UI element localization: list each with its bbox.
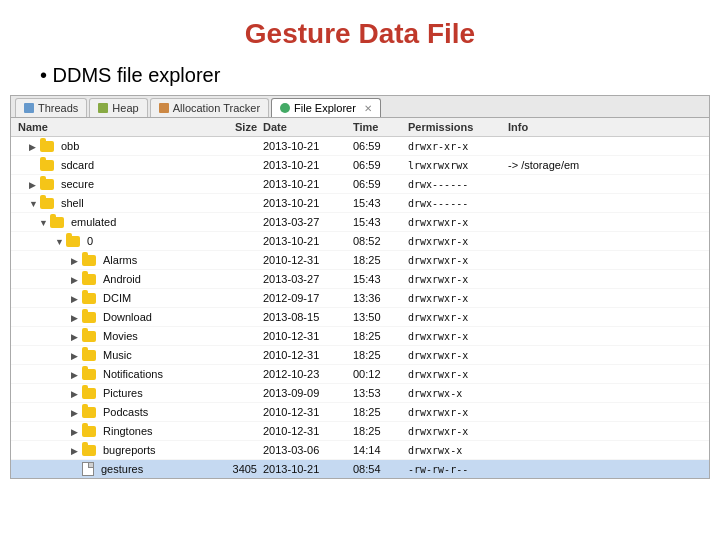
- expand-arrow-icon[interactable]: ▶: [68, 407, 78, 417]
- file-name-text: shell: [58, 196, 87, 210]
- table-row[interactable]: ▶secure2013-10-2106:59drwx------: [11, 175, 709, 194]
- tab-alloc-label: Allocation Tracker: [173, 102, 260, 114]
- file-time: 15:43: [350, 215, 405, 229]
- indent-spacer: [18, 183, 24, 185]
- table-row[interactable]: ▶Notifications2012-10-2300:12drwxrwxr-x: [11, 365, 709, 384]
- table-row[interactable]: ▶obb2013-10-2106:59drwxr-xr-x: [11, 137, 709, 156]
- folder-icon: [82, 255, 96, 266]
- expand-arrow-icon[interactable]: ▶: [68, 388, 78, 398]
- table-row[interactable]: ▶Download2013-08-1513:50drwxrwxr-x: [11, 308, 709, 327]
- table-row[interactable]: ▶Podcasts2010-12-3118:25drwxrwxr-x: [11, 403, 709, 422]
- folder-icon: [82, 445, 96, 456]
- folder-icon: [82, 369, 96, 380]
- file-name-text: Android: [100, 272, 144, 286]
- expand-arrow-icon[interactable]: ▼: [26, 198, 36, 208]
- file-time: 15:43: [350, 196, 405, 210]
- file-date: 2010-12-31: [260, 405, 350, 419]
- file-time: 00:12: [350, 367, 405, 381]
- expand-arrow-icon[interactable]: ▼: [52, 236, 62, 246]
- tab-file-explorer[interactable]: File Explorer ✕: [271, 98, 381, 117]
- file-time: 18:25: [350, 424, 405, 438]
- expand-arrow-icon[interactable]: ▶: [68, 293, 78, 303]
- file-time: 18:25: [350, 253, 405, 267]
- expand-arrow-icon[interactable]: ▶: [68, 331, 78, 341]
- expand-arrow-icon[interactable]: ▶: [68, 369, 78, 379]
- file-name-text: gestures: [98, 462, 146, 476]
- table-row[interactable]: ▶bugreports2013-03-0614:14drwxrwx-x: [11, 441, 709, 460]
- table-row[interactable]: ▶Music2010-12-3118:25drwxrwxr-x: [11, 346, 709, 365]
- slide-title: Gesture Data File: [0, 18, 720, 50]
- expand-arrow-icon[interactable]: ▶: [68, 312, 78, 322]
- table-row[interactable]: ▶Pictures2013-09-0913:53drwxrwx-x: [11, 384, 709, 403]
- file-name-cell: ▶Podcasts: [15, 404, 215, 420]
- file-name-cell: gestures: [15, 461, 215, 477]
- folder-icon: [82, 312, 96, 323]
- col-name: Name: [15, 120, 215, 134]
- file-date: 2013-08-15: [260, 310, 350, 324]
- file-info: [505, 468, 705, 470]
- expand-arrow-icon[interactable]: ▶: [26, 179, 36, 189]
- expand-arrow-icon[interactable]: ▶: [68, 426, 78, 436]
- table-row[interactable]: ▶Alarms2010-12-3118:25drwxrwxr-x: [11, 251, 709, 270]
- table-row[interactable]: gestures34052013-10-2108:54-rw-rw-r--: [11, 460, 709, 478]
- file-name-text: sdcard: [58, 158, 97, 172]
- file-info: [505, 430, 705, 432]
- file-date: 2013-10-21: [260, 158, 350, 172]
- indent-spacer: [18, 411, 66, 413]
- tab-bar: Threads Heap Allocation Tracker File Exp…: [11, 96, 709, 118]
- file-size: [215, 392, 260, 394]
- table-row[interactable]: ▶Android2013-03-2715:43drwxrwxr-x: [11, 270, 709, 289]
- file-name-text: Podcasts: [100, 405, 151, 419]
- file-info: [505, 335, 705, 337]
- file-permissions: drwxrwxr-x: [405, 425, 505, 438]
- expand-arrow-icon[interactable]: ▶: [68, 274, 78, 284]
- table-row[interactable]: ▶DCIM2012-09-1713:36drwxrwxr-x: [11, 289, 709, 308]
- col-size: Size: [215, 120, 260, 134]
- file-name-cell: ▶Pictures: [15, 385, 215, 401]
- file-permissions: drwxrwxr-x: [405, 254, 505, 267]
- table-row[interactable]: ▼shell2013-10-2115:43drwx------: [11, 194, 709, 213]
- table-row[interactable]: ▶Movies2010-12-3118:25drwxrwxr-x: [11, 327, 709, 346]
- expand-arrow-icon: [68, 464, 78, 474]
- indent-spacer: [18, 316, 66, 318]
- file-permissions: -rw-rw-r--: [405, 463, 505, 476]
- indent-spacer: [18, 145, 24, 147]
- file-size: [215, 240, 260, 242]
- table-row[interactable]: ▶Ringtones2010-12-3118:25drwxrwxr-x: [11, 422, 709, 441]
- file-date: 2010-12-31: [260, 424, 350, 438]
- tab-close-icon[interactable]: ✕: [364, 103, 372, 114]
- expand-arrow-icon[interactable]: ▶: [26, 141, 36, 151]
- folder-icon: [40, 198, 54, 209]
- file-permissions: drwxr-xr-x: [405, 140, 505, 153]
- file-permissions: drwxrwxr-x: [405, 273, 505, 286]
- tab-alloc-tracker[interactable]: Allocation Tracker: [150, 98, 269, 117]
- file-name-text: Movies: [100, 329, 141, 343]
- file-info: [505, 202, 705, 204]
- expand-arrow-icon[interactable]: ▼: [36, 217, 46, 227]
- file-info: [505, 259, 705, 261]
- tab-threads[interactable]: Threads: [15, 98, 87, 117]
- file-time: 08:54: [350, 462, 405, 476]
- table-row[interactable]: ▼02013-10-2108:52drwxrwxr-x: [11, 232, 709, 251]
- file-info: [505, 411, 705, 413]
- expand-arrow-icon[interactable]: ▶: [68, 445, 78, 455]
- file-name-cell: ▶Ringtones: [15, 423, 215, 439]
- indent-spacer: [18, 354, 66, 356]
- file-size: [215, 202, 260, 204]
- indent-spacer: [18, 373, 66, 375]
- indent-spacer: [18, 259, 66, 261]
- table-row[interactable]: ▼emulated2013-03-2715:43drwxrwxr-x: [11, 213, 709, 232]
- expand-arrow-icon[interactable]: ▶: [68, 255, 78, 265]
- tab-heap[interactable]: Heap: [89, 98, 147, 117]
- col-info: Info: [505, 120, 705, 134]
- file-name-text: Alarms: [100, 253, 140, 267]
- file-date: 2013-10-21: [260, 462, 350, 476]
- expand-arrow-icon[interactable]: ▶: [68, 350, 78, 360]
- file-time: 14:14: [350, 443, 405, 457]
- file-date: 2013-09-09: [260, 386, 350, 400]
- file-info: [505, 354, 705, 356]
- file-date: 2010-12-31: [260, 348, 350, 362]
- table-row[interactable]: sdcard2013-10-2106:59lrwxrwxrwx-> /stora…: [11, 156, 709, 175]
- indent-spacer: [18, 392, 66, 394]
- file-info: -> /storage/em: [505, 158, 705, 172]
